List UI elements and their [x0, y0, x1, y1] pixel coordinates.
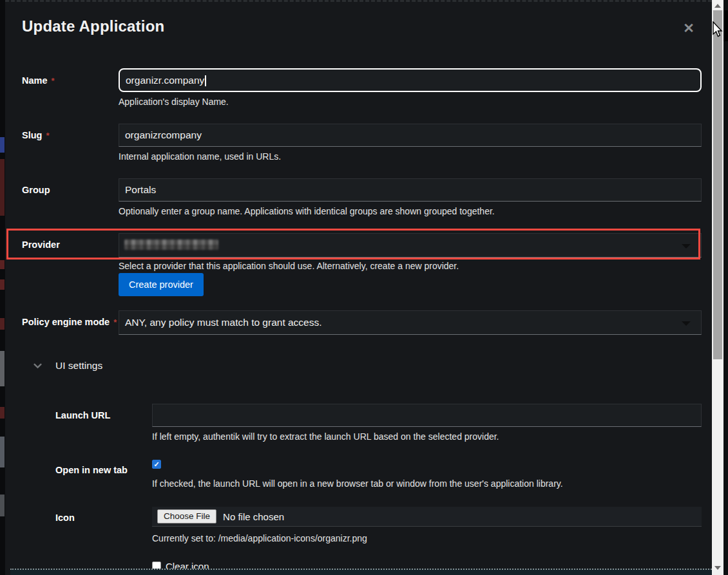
name-help: Application's display Name. — [119, 97, 229, 107]
slug-help: Internal application name, used in URLs. — [119, 151, 281, 162]
backdrop-fragment — [0, 260, 5, 269]
create-provider-button[interactable]: Create provider — [119, 273, 204, 296]
choose-file-button[interactable]: Choose File — [157, 509, 216, 523]
provider-help: Select a provider that this application … — [119, 261, 459, 271]
backdrop-fragment — [0, 495, 5, 516]
icon-help: Currently set to: /media/application-ico… — [152, 533, 367, 543]
name-input[interactable]: organizr.company — [119, 68, 702, 92]
vertical-scrollbar[interactable] — [712, 0, 723, 575]
provider-select[interactable] — [119, 233, 702, 258]
backdrop-fragment — [0, 407, 5, 419]
launch-url-label: Launch URL — [55, 410, 152, 420]
window-right-edge — [723, 0, 728, 575]
modal-bottom-edge — [10, 569, 717, 575]
scrollbar-thumb[interactable] — [713, 10, 722, 359]
scroll-down-icon[interactable] — [714, 566, 721, 570]
update-application-modal: Update Application ✕ Name* organizr.comp… — [5, 0, 712, 575]
text-cursor — [205, 75, 206, 86]
required-marker: * — [52, 76, 55, 86]
scroll-up-icon[interactable] — [714, 4, 721, 8]
required-marker: * — [113, 317, 117, 327]
ui-settings-section-toggle[interactable]: UI settings — [34, 360, 102, 372]
name-label: Name* — [22, 75, 119, 86]
backdrop-fragment — [0, 137, 5, 153]
page: Update Application ✕ Name* organizr.comp… — [0, 0, 728, 575]
launch-url-help: If left empty, authentik will try to ext… — [152, 431, 499, 442]
policy-engine-mode-label: Policy engine mode* — [22, 317, 119, 327]
policy-engine-mode-select[interactable]: ANY, any policy must match to grant acce… — [119, 310, 702, 335]
backdrop-fragment — [0, 351, 5, 386]
open-in-new-tab-label: Open in new tab — [55, 465, 152, 475]
redacted-provider-value — [124, 240, 218, 250]
chevron-down-icon — [682, 321, 691, 326]
group-label: Group — [22, 185, 119, 195]
group-help: Optionally enter a group name. Applicati… — [119, 206, 495, 216]
provider-label: Provider — [22, 240, 119, 250]
check-icon: ✓ — [153, 460, 160, 468]
ui-settings-section-label: UI settings — [55, 360, 102, 372]
backdrop-fragment — [0, 437, 5, 467]
window-right-notch — [723, 10, 728, 41]
backdrop-fragment — [0, 159, 5, 216]
group-input[interactable]: Portals — [119, 178, 702, 202]
modal-title: Update Application — [22, 17, 164, 35]
icon-label: Icon — [55, 513, 152, 523]
required-marker: * — [46, 131, 49, 140]
launch-url-input[interactable] — [152, 404, 702, 427]
icon-file-input[interactable]: Choose File No file chosen — [152, 507, 702, 527]
slug-label: Slug* — [22, 130, 119, 140]
slug-input[interactable]: organizrcompany — [119, 124, 702, 147]
file-status-text: No file chosen — [223, 511, 284, 522]
close-icon[interactable]: ✕ — [680, 20, 697, 37]
backdrop-fragment — [0, 279, 5, 290]
chevron-down-icon — [682, 244, 691, 249]
backdrop-fragment — [0, 318, 5, 330]
open-in-new-tab-help: If checked, the launch URL will open in … — [152, 478, 563, 489]
open-in-new-tab-checkbox[interactable]: ✓ — [152, 460, 161, 469]
chevron-down-icon — [34, 362, 41, 370]
